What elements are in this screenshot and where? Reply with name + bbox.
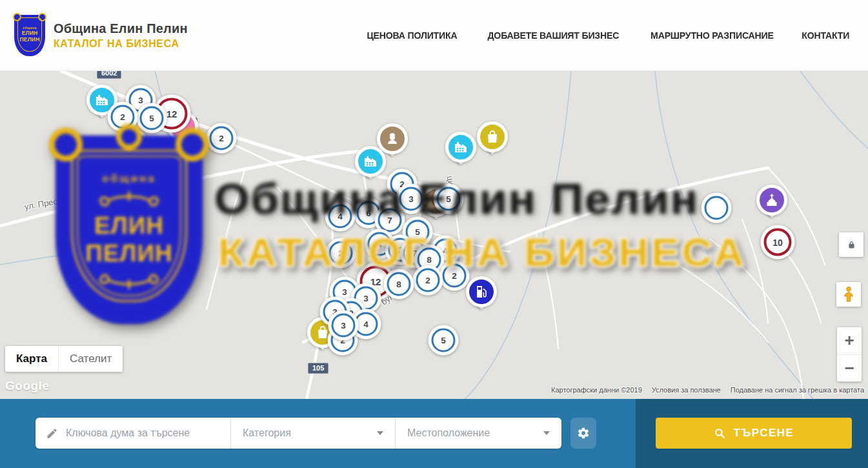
category-pin-church[interactable] (756, 185, 787, 216)
cluster-marker[interactable]: 5 (434, 184, 464, 214)
cluster-count (122, 133, 146, 157)
google-map-canvas[interactable]: ул. Преславбул. „Новоселции"60026003105 … (0, 71, 868, 399)
nav-item-3[interactable]: КОНТАКТИ (802, 30, 850, 41)
chevron-down-icon (543, 431, 550, 435)
cluster-count: 8 (387, 272, 411, 296)
factory-icon (94, 92, 110, 108)
zoom-control: + − (837, 327, 862, 382)
cluster-count: 5 (140, 107, 164, 130)
cluster-count: 2 (443, 264, 467, 288)
location-dropdown-label: Местоположение (407, 427, 543, 439)
cluster-count (705, 196, 729, 220)
road-number-badge: 105 (308, 363, 328, 374)
cluster-marker[interactable] (119, 130, 149, 160)
category-pin-factory[interactable] (445, 132, 476, 163)
fullscreen-lock-button[interactable] (839, 232, 863, 257)
cluster-count: 5 (437, 187, 461, 211)
cluster-marker[interactable]: 3 (328, 310, 359, 341)
nav-item-0[interactable]: ЦЕНОВА ПОЛИТИКА (367, 30, 458, 41)
cluster-marker[interactable]: 2 (207, 123, 237, 154)
search-submit-button[interactable]: ТЪРСЕНЕ (656, 418, 852, 449)
keyword-search-input[interactable] (66, 427, 214, 439)
road-number-badge: 6002 (97, 71, 121, 79)
fuel-icon (474, 284, 489, 300)
emblem-text-line2: ПЕЛИН (20, 37, 40, 43)
cluster-count: 2 (329, 241, 353, 265)
keyword-segment (35, 418, 230, 449)
chevron-down-icon (377, 431, 383, 435)
cluster-marker[interactable]: 4 (325, 201, 356, 232)
cluster-marker[interactable]: 2 (108, 102, 138, 132)
cluster-count: 2 (416, 269, 440, 292)
cluster-count: 4 (328, 205, 352, 229)
cluster-marker[interactable] (701, 193, 732, 223)
lock-icon (847, 240, 856, 250)
emblem-text-small: община (23, 26, 37, 30)
cluster-marker[interactable]: 2 (439, 261, 470, 291)
nav-item-1[interactable]: ДОБАВЕТЕ ВАШИЯТ БИЗНЕС (487, 30, 619, 41)
attribution-link[interactable]: Подаване на сигнал за грешка в картата (731, 386, 864, 394)
street-view-pegman-button[interactable] (836, 282, 861, 307)
cluster-count: 2 (210, 127, 234, 150)
bag-icon (485, 129, 500, 145)
advanced-settings-button[interactable] (570, 418, 596, 449)
gear-icon (577, 427, 590, 440)
site-title: Община Елин Пелин (54, 21, 188, 36)
category-dropdown-label: Категория (243, 427, 377, 439)
cluster-marker[interactable]: 5 (429, 325, 459, 356)
cluster-count: 5 (432, 329, 456, 352)
zoom-out-button[interactable]: − (837, 355, 862, 382)
factory-icon (363, 154, 378, 169)
nav-item-2[interactable]: МАРШРУТНО РАЗПИСАНИЕ (651, 30, 774, 41)
cluster-count: 2 (111, 105, 135, 129)
category-pin-bag[interactable] (477, 121, 508, 152)
cluster-marker[interactable]: 2 (326, 238, 356, 269)
cluster-marker[interactable]: 5 (137, 103, 167, 134)
location-dropdown[interactable]: Местоположение (395, 418, 561, 449)
cluster-marker[interactable]: 8 (384, 269, 414, 300)
main-navigation: ЦЕНОВА ПОЛИТИКАДОБАВЕТЕ ВАШИЯТ БИЗНЕСМАР… (364, 30, 851, 41)
search-input-group: Категория Местоположение (35, 418, 561, 449)
cluster-marker[interactable]: 2 (413, 265, 443, 296)
site-header: община ЕЛИН ПЕЛИН Община Елин Пелин КАТА… (0, 0, 868, 71)
factory-icon (453, 139, 469, 155)
cluster-count: 10 (764, 229, 792, 256)
map-type-map-button[interactable]: Карта (5, 346, 58, 372)
pencil-icon (46, 427, 58, 440)
municipality-coat-of-arms-icon: община ЕЛИН ПЕЛИН (14, 15, 45, 56)
map-type-control: Карта Сателит (5, 346, 123, 372)
search-icon (714, 427, 726, 440)
cluster-marker[interactable]: 10 (761, 225, 795, 259)
emblem-text-line1: ЕЛИН (22, 30, 38, 36)
site-subtitle: КАТАЛОГ НА БИЗНЕСА (54, 38, 188, 50)
category-pin-factory[interactable] (355, 146, 386, 177)
zoom-in-button[interactable]: + (837, 327, 862, 355)
attribution-link[interactable]: Условия за ползване (652, 386, 721, 394)
attribution-text: Картографски данни ©2019 (551, 386, 642, 394)
google-logo[interactable]: Google (5, 379, 49, 393)
map-attribution: Картографски данни ©2019Условия за ползв… (551, 386, 864, 394)
search-button-label: ТЪРСЕНЕ (734, 427, 794, 440)
category-pin-fuel[interactable] (466, 276, 497, 307)
map-type-satellite-button[interactable]: Сателит (58, 346, 123, 372)
church-icon (764, 192, 780, 208)
category-dropdown[interactable]: Категория (230, 418, 395, 449)
pegman-icon (842, 286, 856, 303)
worker-icon (385, 131, 400, 147)
site-logo[interactable]: община ЕЛИН ПЕЛИН Община Елин Пелин КАТА… (14, 15, 188, 56)
cluster-count: 3 (399, 187, 423, 211)
cluster-count: 3 (332, 314, 356, 338)
search-bar: Категория Местоположение ТЪРСЕНЕ (0, 399, 868, 468)
